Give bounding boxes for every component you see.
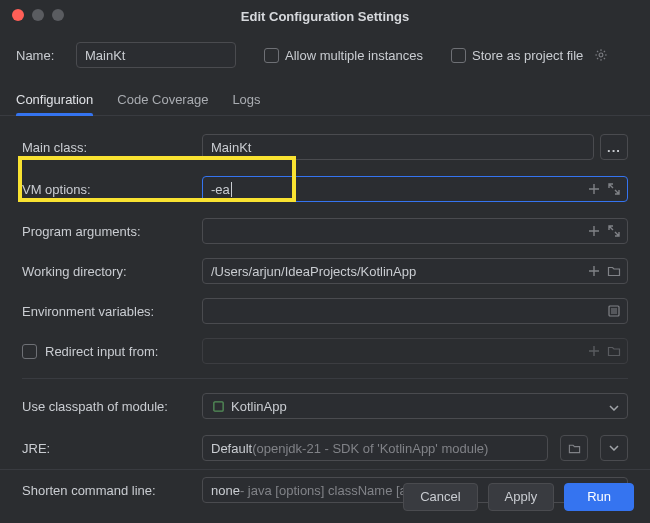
expand-icon[interactable]: [607, 224, 621, 238]
redirect-input-checkbox[interactable]: [22, 344, 37, 359]
separator: [22, 378, 628, 379]
jre-label: JRE:: [22, 441, 202, 456]
module-icon: [211, 399, 225, 413]
insert-macro-icon[interactable]: [587, 224, 601, 238]
redirect-input-field: [202, 338, 628, 364]
classpath-label: Use classpath of module:: [22, 399, 202, 414]
program-args-input[interactable]: [202, 218, 628, 244]
tab-configuration[interactable]: Configuration: [16, 86, 93, 115]
name-input[interactable]: [76, 42, 236, 68]
vm-options-input[interactable]: -ea: [202, 176, 628, 202]
text-caret: [231, 182, 232, 197]
redirect-input-label: Redirect input from:: [45, 344, 158, 359]
main-class-browse-button[interactable]: ...: [600, 134, 628, 160]
jre-browse-button[interactable]: [560, 435, 588, 461]
config-form: Main class: MainKt ... VM options: -ea: [0, 116, 650, 507]
working-dir-value: /Users/arjun/IdeaProjects/KotlinApp: [211, 264, 416, 279]
tab-logs[interactable]: Logs: [232, 86, 260, 115]
main-class-input[interactable]: MainKt: [202, 134, 594, 160]
chevron-down-icon: [609, 399, 619, 414]
name-row: Name: Allow multiple instances Store as …: [0, 42, 650, 68]
working-dir-input[interactable]: /Users/arjun/IdeaProjects/KotlinApp: [202, 258, 628, 284]
allow-multiple-label: Allow multiple instances: [285, 48, 423, 63]
env-vars-input[interactable]: [202, 298, 628, 324]
program-args-label: Program arguments:: [22, 224, 202, 239]
vm-options-label: VM options:: [22, 182, 202, 197]
titlebar: Edit Configuration Settings: [0, 0, 650, 32]
classpath-value: KotlinApp: [231, 399, 287, 414]
working-dir-row: Working directory: /Users/arjun/IdeaProj…: [22, 254, 628, 288]
redirect-input-row: Redirect input from:: [22, 334, 628, 368]
store-as-project-checkbox[interactable]: [451, 48, 466, 63]
gear-icon[interactable]: [593, 47, 609, 63]
store-as-project-label: Store as project file: [472, 48, 583, 63]
tabs: Configuration Code Coverage Logs: [0, 86, 650, 116]
vm-options-value: -ea: [211, 182, 230, 197]
insert-macro-icon[interactable]: [587, 264, 601, 278]
list-icon[interactable]: [607, 304, 621, 318]
maximize-icon[interactable]: [52, 9, 64, 21]
jre-hint: (openjdk-21 - SDK of 'KotlinApp' module): [252, 441, 488, 456]
main-class-row: Main class: MainKt ...: [22, 130, 628, 164]
dialog-footer: Cancel Apply Run: [0, 469, 650, 523]
folder-icon[interactable]: [607, 264, 621, 278]
allow-multiple-checkbox[interactable]: [264, 48, 279, 63]
jre-value: Default: [211, 441, 252, 456]
name-label: Name:: [16, 48, 66, 63]
window-controls[interactable]: [12, 9, 64, 21]
classpath-select[interactable]: KotlinApp: [202, 393, 628, 419]
tab-code-coverage[interactable]: Code Coverage: [117, 86, 208, 115]
window-title: Edit Configuration Settings: [0, 9, 650, 24]
env-vars-label: Environment variables:: [22, 304, 202, 319]
store-as-project-wrap[interactable]: Store as project file: [451, 47, 609, 63]
insert-macro-icon: [587, 344, 601, 358]
jre-select[interactable]: Default (openjdk-21 - SDK of 'KotlinApp'…: [202, 435, 548, 461]
jre-dropdown-button[interactable]: [600, 435, 628, 461]
redirect-input-label-wrap[interactable]: Redirect input from:: [22, 344, 202, 359]
insert-macro-icon[interactable]: [587, 182, 601, 196]
working-dir-label: Working directory:: [22, 264, 202, 279]
program-args-row: Program arguments:: [22, 214, 628, 248]
classpath-row: Use classpath of module: KotlinApp: [22, 389, 628, 423]
close-icon[interactable]: [12, 9, 24, 21]
main-class-label: Main class:: [22, 140, 202, 155]
svg-point-0: [599, 53, 603, 57]
cancel-button[interactable]: Cancel: [403, 483, 477, 511]
folder-icon: [607, 344, 621, 358]
apply-button[interactable]: Apply: [488, 483, 555, 511]
run-button[interactable]: Run: [564, 483, 634, 511]
minimize-icon[interactable]: [32, 9, 44, 21]
svg-rect-2: [213, 401, 222, 410]
expand-icon[interactable]: [607, 182, 621, 196]
main-class-value: MainKt: [211, 140, 251, 155]
allow-multiple-wrap[interactable]: Allow multiple instances: [264, 48, 423, 63]
jre-row: JRE: Default (openjdk-21 - SDK of 'Kotli…: [22, 431, 628, 465]
vm-options-row: VM options: -ea: [22, 172, 628, 206]
env-vars-row: Environment variables:: [22, 294, 628, 328]
